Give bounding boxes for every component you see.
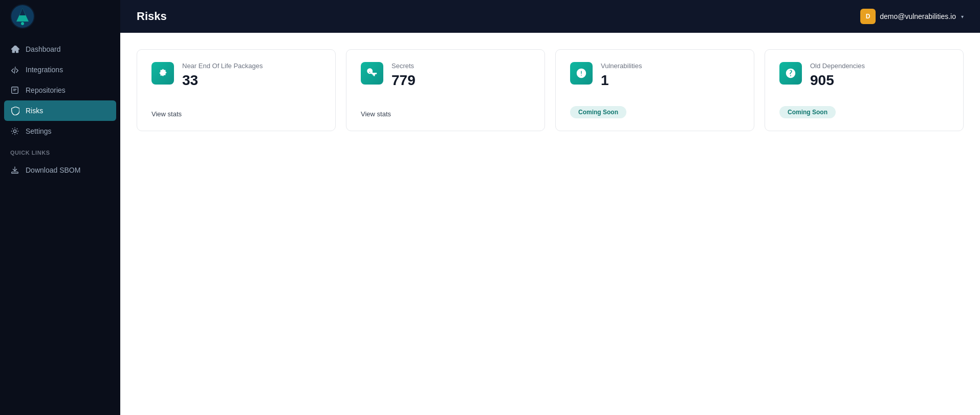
sidebar-item-integrations-label: Integrations	[26, 66, 63, 74]
vulnerabilities-coming-soon: Coming Soon	[570, 106, 626, 118]
card-top: Old Dependencies 905	[779, 62, 949, 89]
vulnerabilities-footer: Coming Soon	[570, 106, 739, 118]
old-dependencies-card: Old Dependencies 905 Coming Soon	[765, 49, 964, 131]
sidebar-item-risks[interactable]: Risks	[4, 100, 116, 121]
sidebar-item-download-sbom-label: Download SBOM	[26, 166, 80, 174]
old-dependencies-info: Old Dependencies 905	[810, 62, 949, 89]
vulnerabilities-value: 1	[601, 72, 739, 89]
sidebar-item-dashboard-label: Dashboard	[26, 45, 61, 53]
old-dependencies-icon-wrapper	[779, 62, 802, 85]
card-top: Near End Of Life Packages 33	[151, 62, 321, 89]
vulnerabilities-label: Vulnerabilities	[601, 62, 739, 70]
near-end-of-life-footer: View stats	[151, 109, 321, 118]
near-end-of-life-label: Near End Of Life Packages	[182, 62, 321, 70]
secrets-info: Secrets 779	[391, 62, 530, 89]
main-area: Risks D demo@vulnerabilities.io ▾	[120, 0, 980, 415]
near-end-of-life-info: Near End Of Life Packages 33	[182, 62, 321, 89]
vulnerabilities-card: Vulnerabilities 1 Coming Soon	[555, 49, 754, 131]
integrations-icon	[10, 65, 19, 74]
shield-icon	[10, 106, 19, 115]
question-icon	[785, 68, 796, 79]
sidebar-item-dashboard[interactable]: Dashboard	[0, 39, 120, 59]
user-avatar: D	[860, 9, 876, 24]
sidebar-item-risks-label: Risks	[26, 107, 43, 115]
sidebar-item-integrations[interactable]: Integrations	[0, 59, 120, 80]
sidebar: Dashboard Integrations Repositories Risk…	[0, 0, 120, 415]
near-end-of-life-card: Near End Of Life Packages 33 View stats	[137, 49, 336, 131]
old-dependencies-footer: Coming Soon	[779, 106, 949, 118]
download-icon	[10, 165, 19, 175]
sidebar-item-settings[interactable]: Settings	[0, 121, 120, 141]
vulnerabilities-info: Vulnerabilities 1	[601, 62, 739, 89]
sidebar-item-settings-label: Settings	[26, 127, 52, 135]
old-dependencies-value: 905	[810, 72, 949, 89]
chevron-down-icon: ▾	[961, 14, 964, 19]
card-top: Vulnerabilities 1	[570, 62, 739, 89]
sidebar-item-repositories[interactable]: Repositories	[0, 80, 120, 100]
near-end-of-life-icon-wrapper	[151, 62, 174, 85]
old-dependencies-label: Old Dependencies	[810, 62, 949, 70]
secrets-card: Secrets 779 View stats	[346, 49, 545, 131]
card-top: Secrets 779	[361, 62, 530, 89]
gear-icon	[10, 127, 19, 136]
stats-cards-row: Near End Of Life Packages 33 View stats	[137, 49, 964, 131]
quick-links-label: Quick Links	[0, 141, 120, 160]
user-menu[interactable]: D demo@vulnerabilities.io ▾	[860, 9, 964, 24]
sidebar-item-download-sbom[interactable]: Download SBOM	[0, 160, 120, 180]
puzzle-icon	[157, 68, 168, 79]
near-end-of-life-value: 33	[182, 72, 321, 89]
main-content: Near End Of Life Packages 33 View stats	[120, 33, 980, 415]
secrets-label: Secrets	[391, 62, 530, 70]
logo	[0, 0, 120, 33]
home-icon	[10, 45, 19, 54]
old-dependencies-coming-soon: Coming Soon	[779, 106, 836, 118]
svg-rect-6	[12, 172, 18, 174]
user-email: demo@vulnerabilities.io	[880, 12, 956, 20]
secrets-value: 779	[391, 72, 530, 89]
alert-icon	[576, 68, 587, 79]
svg-point-5	[13, 130, 16, 132]
secrets-icon-wrapper	[361, 62, 383, 85]
secrets-footer: View stats	[361, 109, 530, 118]
sidebar-nav: Dashboard Integrations Repositories Risk…	[0, 33, 120, 415]
sidebar-item-repositories-label: Repositories	[26, 86, 66, 94]
page-title: Risks	[137, 10, 167, 23]
header: Risks D demo@vulnerabilities.io ▾	[120, 0, 980, 33]
repository-icon	[10, 86, 19, 95]
near-end-of-life-view-stats[interactable]: View stats	[151, 110, 182, 118]
key-icon	[366, 68, 378, 79]
vulnerabilities-icon-wrapper	[570, 62, 593, 85]
secrets-view-stats[interactable]: View stats	[361, 110, 391, 118]
